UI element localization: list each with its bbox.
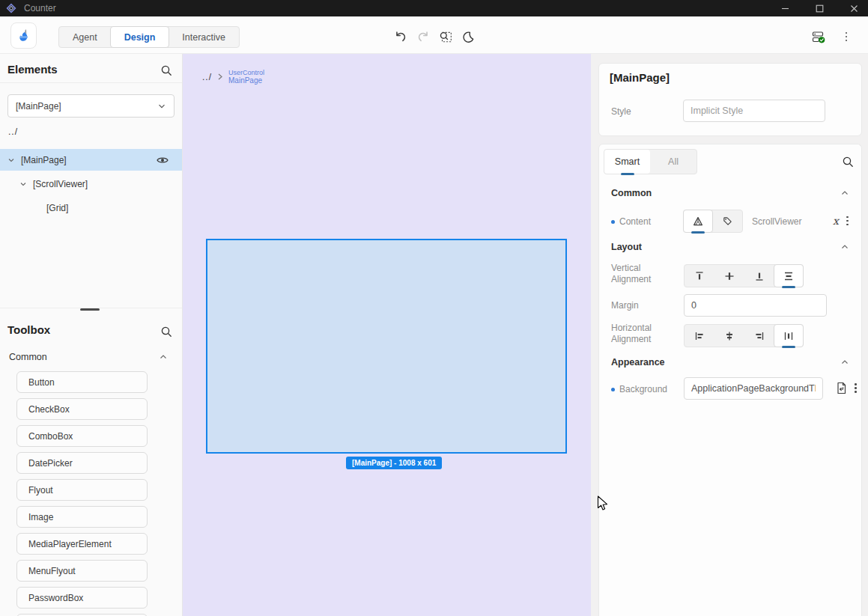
toolbox-item-datepicker[interactable]: DatePicker xyxy=(16,452,148,474)
vertical-alignment-group xyxy=(684,264,804,287)
content-mode-toggle xyxy=(683,210,743,233)
more-options-button[interactable] xyxy=(840,30,853,43)
valign-top-button[interactable] xyxy=(685,265,714,287)
modified-dot xyxy=(611,220,615,224)
tree-item-label: [MainPage] xyxy=(21,155,67,165)
changes-review-button[interactable] xyxy=(812,30,825,43)
toolbox-item-menuflyout[interactable]: MenuFlyout xyxy=(16,560,148,582)
background-label: Background xyxy=(611,384,667,394)
content-value: ScrollViewer xyxy=(752,216,801,227)
page-selector-value: [MainPage] xyxy=(16,101,61,112)
align-hcenter-icon xyxy=(723,330,735,342)
inspector-properties-card: Smart All Common Content xyxy=(598,144,862,616)
section-appearance[interactable]: Appearance xyxy=(611,357,665,368)
halign-stretch-button[interactable] xyxy=(774,324,804,347)
tab-design[interactable]: Design xyxy=(110,26,170,48)
stretch-vertical-icon xyxy=(783,270,795,282)
tree-item-mainpage[interactable]: [MainPage] xyxy=(0,149,183,171)
redo-button[interactable] xyxy=(416,30,430,43)
tree-item-grid[interactable]: [Grid] xyxy=(0,197,183,219)
halign-left-button[interactable] xyxy=(685,325,714,347)
tree-expander-icon[interactable] xyxy=(7,156,15,164)
halign-right-button[interactable] xyxy=(744,325,774,347)
tree-item-label: [ScrollViewer] xyxy=(33,179,88,189)
maximize-button[interactable] xyxy=(807,0,832,16)
visibility-eye-icon[interactable] xyxy=(157,156,169,165)
properties-search-button[interactable] xyxy=(842,156,855,168)
mainpage-design-surface[interactable] xyxy=(206,239,567,454)
valign-center-button[interactable] xyxy=(714,265,744,287)
task-complete-icon xyxy=(812,30,825,44)
close-button[interactable] xyxy=(841,0,867,16)
toolbox-section-common[interactable]: Common xyxy=(9,352,47,362)
toolbox-search-button[interactable] xyxy=(160,326,173,338)
margin-input[interactable] xyxy=(684,294,827,317)
binding-x-icon[interactable]: x xyxy=(833,215,839,227)
toolbox-item-label: ComboBox xyxy=(28,431,73,442)
undo-button[interactable] xyxy=(394,30,407,43)
tab-interactive[interactable]: Interactive xyxy=(169,27,239,47)
tab-agent[interactable]: Agent xyxy=(59,27,111,47)
background-input[interactable] xyxy=(684,377,823,400)
chevron-up-icon[interactable] xyxy=(840,359,849,366)
canvas-breadcrumb-component[interactable]: UserControl MainPage xyxy=(228,69,264,85)
page-selector-dropdown[interactable]: [MainPage] xyxy=(7,94,174,118)
undo-icon xyxy=(394,30,407,43)
panel-resize-handle[interactable] xyxy=(80,308,100,311)
content-visual-tree-toggle[interactable] xyxy=(683,210,713,233)
toolbox-item-image[interactable]: Image xyxy=(16,506,148,528)
halign-center-button[interactable] xyxy=(714,325,744,347)
chevron-up-icon[interactable] xyxy=(840,243,849,251)
minimize-button[interactable] xyxy=(772,0,798,16)
toolbox-item-button[interactable]: Button xyxy=(16,371,148,393)
component-type: UserControl xyxy=(228,69,264,76)
chevron-up-icon[interactable] xyxy=(159,353,168,361)
section-common[interactable]: Common xyxy=(611,188,652,198)
kebab-icon[interactable] xyxy=(855,383,857,393)
toolbox-item-passwordbox[interactable]: PasswordBox xyxy=(16,587,148,609)
toolbox-item-flyout[interactable]: Flyout xyxy=(16,479,148,501)
chevron-up-icon[interactable] xyxy=(840,189,849,197)
tab-smart[interactable]: Smart xyxy=(604,150,650,174)
tree-item-scrollviewer[interactable]: [ScrollViewer] xyxy=(0,173,183,195)
kebab-icon[interactable] xyxy=(846,216,849,226)
theme-toggle-button[interactable] xyxy=(461,30,475,43)
app-window: Counter Agent Design Interactive xyxy=(0,0,868,616)
canvas-breadcrumb-root[interactable]: ../ xyxy=(202,72,212,82)
mouse-cursor xyxy=(597,495,609,512)
background-row-actions xyxy=(836,382,857,394)
tree-expander-icon[interactable] xyxy=(19,180,27,188)
content-label: Content xyxy=(611,216,651,227)
visual-tree-icon xyxy=(692,216,704,228)
selected-element-title: [MainPage] xyxy=(610,71,670,84)
elements-panel-title: Elements xyxy=(7,63,58,76)
inspector-header-card: [MainPage] Style xyxy=(598,63,862,136)
toolbox-item-checkbox[interactable]: CheckBox xyxy=(16,398,148,420)
elements-search-button[interactable] xyxy=(160,64,173,77)
align-bottom-icon xyxy=(753,270,765,282)
redo-icon xyxy=(416,30,430,43)
style-input[interactable] xyxy=(683,100,825,122)
kebab-icon xyxy=(846,32,848,42)
content-tag-toggle[interactable] xyxy=(712,210,742,232)
toolbox-item-combobox[interactable]: ComboBox xyxy=(16,425,148,447)
inspect-region-icon xyxy=(439,30,452,43)
toolbox-item-label: DatePicker xyxy=(28,458,73,469)
tab-all[interactable]: All xyxy=(650,150,696,174)
toolbox-item-mediaplayerelement[interactable]: MediaPlayerElement xyxy=(16,533,148,555)
hot-design-flame-button[interactable] xyxy=(10,22,37,49)
section-layout[interactable]: Layout xyxy=(611,242,642,252)
vertical-alignment-label: Vertical Alignment xyxy=(611,263,670,285)
design-canvas[interactable]: ../ UserControl MainPage [MainPage] - 10… xyxy=(183,54,591,616)
canvas-breadcrumb: ../ UserControl MainPage xyxy=(202,69,264,85)
property-filter-tabs: Smart All xyxy=(604,149,697,174)
elements-breadcrumb[interactable]: ../ xyxy=(8,126,18,137)
inspect-element-button[interactable] xyxy=(439,30,452,43)
resource-reference-icon[interactable] xyxy=(836,382,847,394)
toolbox-item-label: PasswordBox xyxy=(28,593,83,603)
valign-stretch-button[interactable] xyxy=(774,264,804,287)
tab-agent-label: Agent xyxy=(73,32,97,43)
align-top-icon xyxy=(694,270,705,282)
valign-bottom-button[interactable] xyxy=(744,265,774,287)
app-logo-icon xyxy=(5,2,17,14)
